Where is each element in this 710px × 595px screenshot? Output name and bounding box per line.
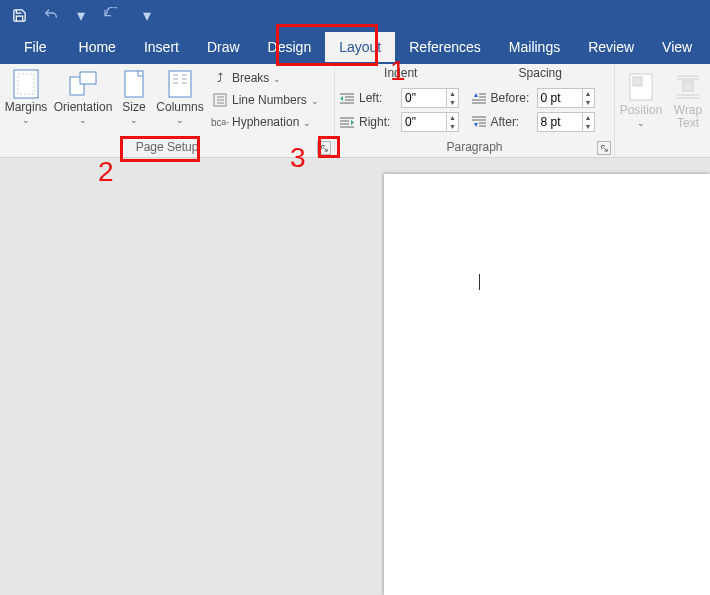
margins-button[interactable]: Margins ⌄ [0, 64, 52, 138]
spin-down-icon[interactable]: ▼ [447, 122, 458, 131]
svg-rect-4 [125, 71, 143, 97]
columns-button[interactable]: Columns ⌄ [154, 64, 206, 138]
indent-left-label: Left: [359, 91, 397, 105]
group-paragraph: Indent Left: ▲▼ Right: [335, 64, 615, 157]
tab-layout[interactable]: Layout [325, 32, 395, 62]
menu-bar: File Home Insert Draw Design Layout Refe… [0, 30, 710, 64]
tab-file[interactable]: File [10, 32, 65, 62]
breaks-icon: ⤴ [212, 70, 228, 86]
spin-down-icon[interactable]: ▼ [583, 98, 594, 107]
breaks-button[interactable]: ⤴ Breaks ⌄ [206, 67, 325, 89]
chevron-down-icon: ⌄ [637, 118, 645, 128]
chevron-down-icon: ⌄ [273, 74, 281, 84]
tab-home[interactable]: Home [65, 32, 130, 62]
tab-design[interactable]: Design [254, 32, 326, 62]
spacing-after-icon [471, 114, 487, 130]
svg-rect-33 [633, 77, 642, 86]
redo-icon[interactable] [102, 6, 120, 24]
chevron-down-icon: ⌄ [22, 115, 30, 125]
svg-rect-5 [169, 71, 191, 97]
ribbon: Margins ⌄ Orientation ⌄ Size ⌄ [0, 64, 710, 158]
spin-down-icon[interactable]: ▼ [447, 98, 458, 107]
spacing-before-icon [471, 90, 487, 106]
tab-mailings[interactable]: Mailings [495, 32, 574, 62]
tab-references[interactable]: References [395, 32, 495, 62]
position-icon [628, 70, 654, 104]
spin-up-icon[interactable]: ▲ [447, 113, 458, 122]
customize-qat-icon[interactable]: ▾ [140, 7, 154, 23]
tab-draw[interactable]: Draw [193, 32, 254, 62]
tab-review[interactable]: Review [574, 32, 648, 62]
group-page-setup: Margins ⌄ Orientation ⌄ Size ⌄ [0, 64, 335, 157]
spin-down-icon[interactable]: ▼ [583, 122, 594, 131]
chevron-down-icon: ⌄ [311, 96, 319, 106]
spacing-before-input[interactable]: ▲▼ [537, 88, 595, 108]
chevron-down-icon: ⌄ [303, 118, 311, 128]
annotation-label-2: 2 [98, 156, 114, 188]
text-cursor [479, 274, 480, 290]
chevron-down-icon: ⌄ [176, 115, 184, 125]
hyphenation-button[interactable]: bca- Hyphenation ⌄ [206, 111, 325, 133]
undo-dropdown-icon[interactable]: ▾ [74, 7, 88, 23]
spin-up-icon[interactable]: ▲ [583, 113, 594, 122]
size-button[interactable]: Size ⌄ [114, 64, 154, 138]
size-icon [123, 67, 145, 101]
annotation-label-1: 1 [390, 55, 406, 87]
spacing-header: Spacing [467, 66, 614, 86]
wrap-text-button: Wrap Text [667, 67, 709, 138]
spacing-before-label: Before: [491, 91, 533, 105]
indent-right-label: Right: [359, 115, 397, 129]
save-icon[interactable] [10, 6, 28, 24]
spin-up-icon[interactable]: ▲ [583, 89, 594, 98]
line-numbers-icon [212, 92, 228, 108]
spin-up-icon[interactable]: ▲ [447, 89, 458, 98]
paragraph-dialog-launcher[interactable] [597, 141, 611, 155]
indent-right-icon [339, 114, 355, 130]
line-numbers-button[interactable]: Line Numbers ⌄ [206, 89, 325, 111]
svg-rect-3 [80, 72, 96, 84]
document-page[interactable] [384, 174, 710, 595]
svg-rect-34 [683, 81, 693, 91]
tab-help[interactable]: Help [706, 32, 710, 62]
margins-icon [12, 67, 40, 101]
indent-left-input[interactable]: ▲▼ [401, 88, 459, 108]
columns-icon [167, 67, 193, 101]
quick-access-toolbar: ▾ ▾ [0, 0, 710, 30]
group-label-paragraph: Paragraph [335, 138, 614, 157]
tab-view[interactable]: View [648, 32, 706, 62]
group-label-page-setup: Page Setup [0, 138, 334, 157]
spacing-after-input[interactable]: ▲▼ [537, 112, 595, 132]
undo-icon[interactable] [42, 6, 60, 24]
spacing-after-label: After: [491, 115, 533, 129]
indent-left-icon [339, 90, 355, 106]
orientation-icon [68, 67, 98, 101]
chevron-down-icon: ⌄ [79, 115, 87, 125]
tab-insert[interactable]: Insert [130, 32, 193, 62]
annotation-label-3: 3 [290, 142, 306, 174]
indent-right-input[interactable]: ▲▼ [401, 112, 459, 132]
hyphenation-icon: bca- [212, 114, 228, 130]
page-setup-dialog-launcher[interactable] [317, 141, 331, 155]
wrap-text-icon [675, 70, 701, 104]
group-arrange: Position ⌄ Wrap Text [615, 64, 710, 157]
chevron-down-icon: ⌄ [130, 115, 138, 125]
position-button: Position ⌄ [615, 67, 667, 138]
orientation-button[interactable]: Orientation ⌄ [52, 64, 114, 138]
